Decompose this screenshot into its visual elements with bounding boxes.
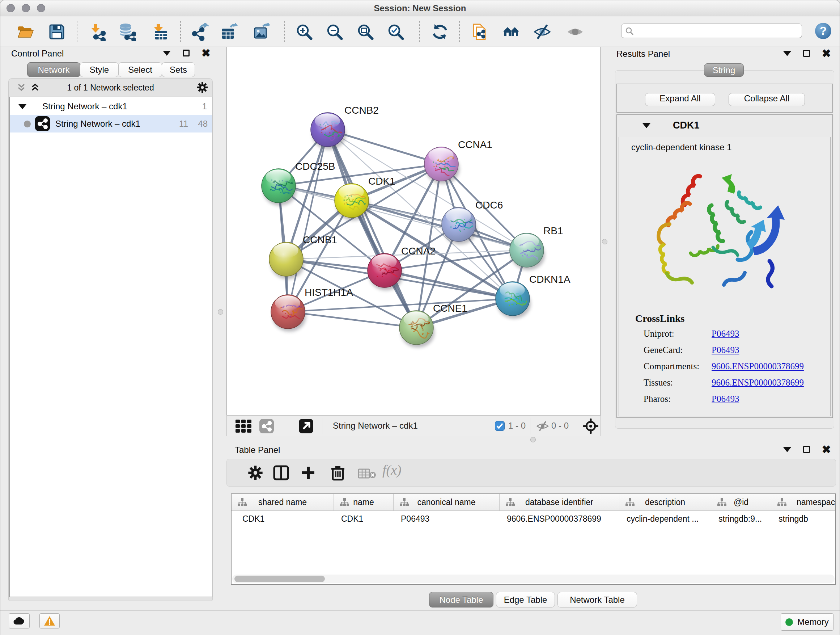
search-input[interactable] (621, 24, 802, 38)
import-table-file-icon[interactable] (150, 23, 169, 41)
help-button[interactable]: ? (815, 23, 831, 39)
left-splitter-handle[interactable] (218, 309, 223, 315)
export-network-icon[interactable] (191, 23, 209, 41)
tab-style[interactable]: Style (80, 62, 118, 77)
delete-column-icon[interactable] (331, 465, 345, 481)
add-column-icon[interactable] (300, 465, 316, 480)
zoom-out-icon[interactable] (325, 23, 344, 41)
tab-string[interactable]: String (704, 63, 744, 77)
network-label: String Network – cdk1 (55, 119, 141, 129)
network-options-gear-icon[interactable] (197, 82, 208, 93)
zoom-in-icon[interactable] (295, 23, 313, 41)
crosslink-link[interactable]: P06493 (712, 345, 739, 355)
control-panel-title: Control Panel (11, 49, 64, 59)
tab-network-table[interactable]: Network Table (557, 592, 637, 608)
birds-eye-view-icon[interactable] (235, 420, 251, 432)
hidden-eye-icon[interactable] (536, 420, 549, 433)
network-node[interactable]: CCNA1 (424, 139, 493, 184)
network-node[interactable]: CCNE1 (399, 302, 467, 348)
cloud-button[interactable] (9, 613, 30, 629)
expand-all-button[interactable]: Expand All (645, 93, 715, 106)
network-share-icon[interactable] (259, 419, 274, 433)
crosslink-link[interactable]: 9606.ENSP00000378699 (712, 361, 804, 371)
function-builder-icon[interactable]: f(x) (382, 462, 401, 478)
collapse-gene-icon[interactable] (642, 123, 651, 128)
close-panel-icon[interactable]: ✖ (202, 50, 210, 57)
save-session-icon[interactable] (48, 23, 66, 41)
table-cell[interactable]: stringdb:9... (711, 511, 771, 527)
close-panel-icon[interactable]: ✖ (822, 446, 831, 453)
tab-network[interactable]: Network (27, 62, 80, 77)
network-view-canvas[interactable]: CCNB2CCNA1CDC25BCDK1CDC6RB1CCNB1CCNA2CDK… (226, 47, 600, 415)
zoom-fit-icon[interactable] (356, 23, 374, 41)
horizontal-scrollbar[interactable] (232, 575, 835, 583)
tab-node-table[interactable]: Node Table (429, 592, 493, 608)
node-label: CDC6 (475, 200, 503, 211)
network-node[interactable]: CDKN1A (496, 274, 570, 318)
column-header-description[interactable]: description (619, 494, 711, 510)
import-network-database-icon[interactable] (118, 23, 136, 41)
show-all-icon[interactable] (566, 23, 584, 41)
crosslink-link[interactable]: P06493 (712, 394, 739, 404)
float-panel-icon[interactable] (163, 51, 171, 56)
collapse-all-button[interactable]: Collapse All (729, 93, 805, 106)
scrollbar-thumb[interactable] (234, 576, 325, 582)
apply-layout-icon[interactable] (431, 23, 449, 41)
node-label: CDC25B (295, 161, 335, 172)
float-panel-icon[interactable] (783, 447, 791, 452)
column-header-name[interactable]: name (334, 494, 393, 510)
right-splitter-handle[interactable] (602, 239, 607, 244)
gene-section-header[interactable]: CDK1 (617, 115, 832, 136)
tab-select[interactable]: Select (118, 62, 162, 77)
float-panel-icon[interactable] (783, 51, 791, 56)
table-row[interactable]: CDK1CDK1P064939606.ENSP00000378699cyclin… (232, 511, 836, 527)
network-row[interactable]: String Network – cdk1 11 48 (10, 115, 212, 133)
crosslink-label: Compartments: (644, 361, 699, 371)
table-cell[interactable]: cyclin-dependent ... (619, 511, 711, 527)
open-session-icon[interactable] (16, 23, 34, 41)
split-panel-icon[interactable] (273, 465, 289, 480)
export-image-icon[interactable] (253, 23, 271, 41)
table-cell[interactable]: stringdb (771, 511, 836, 527)
tab-edge-table[interactable]: Edge Table (496, 592, 555, 608)
hide-selected-icon[interactable] (533, 23, 551, 41)
maximize-panel-icon[interactable] (803, 446, 810, 453)
crosslink-link[interactable]: P06493 (712, 329, 739, 339)
table-cell[interactable]: P06493 (393, 511, 500, 527)
selected-checkbox-icon[interactable] (495, 421, 505, 431)
table-cell[interactable]: CDK1 (232, 511, 334, 527)
warning-button[interactable] (39, 613, 60, 629)
bottom-splitter-handle[interactable] (531, 437, 536, 442)
table-settings-gear-icon[interactable] (248, 465, 263, 480)
close-panel-icon[interactable]: ✖ (822, 50, 831, 57)
table-cell[interactable]: 9606.ENSP00000378699 (500, 511, 619, 527)
zoom-selected-icon[interactable] (387, 23, 405, 41)
network-collection-row[interactable]: String Network – cdk1 1 (10, 98, 212, 115)
collapse-collection-icon[interactable] (19, 104, 27, 109)
crosshair-icon[interactable] (583, 418, 598, 435)
column-header-namespace[interactable]: namespace (771, 494, 836, 510)
table-cell[interactable]: CDK1 (334, 511, 393, 527)
network-selection-summary: 1 of 1 Network selected (9, 83, 212, 93)
import-network-file-icon[interactable] (88, 23, 106, 41)
column-header-canonical-name[interactable]: canonical name (393, 494, 500, 510)
column-header-shared-name[interactable]: shared name (232, 494, 334, 510)
maximize-panel-icon[interactable] (803, 50, 810, 57)
clone-network-icon[interactable] (471, 23, 489, 41)
memory-button[interactable]: Memory (781, 613, 834, 631)
open-in-new-window-icon[interactable] (299, 419, 313, 433)
houses-icon[interactable] (502, 23, 520, 41)
network-node[interactable]: CCNB1 (269, 234, 337, 279)
table-toolbar: f(x) (226, 459, 836, 486)
footer-divider (322, 418, 322, 434)
maximize-panel-icon[interactable] (183, 50, 189, 57)
crosslink-link[interactable]: 9606.ENSP00000378699 (712, 378, 804, 388)
toolbar-divider (419, 21, 420, 42)
network-node[interactable]: RB1 (510, 225, 563, 270)
column-header-database-identifier[interactable]: database identifier (500, 494, 619, 510)
export-table-icon[interactable] (220, 23, 238, 41)
column-header--id[interactable]: @id (711, 494, 771, 510)
tab-sets[interactable]: Sets (162, 62, 195, 77)
control-panel: Control Panel ✖ Network Style Select Set… (3, 47, 215, 601)
delete-table-icon[interactable] (358, 468, 377, 479)
